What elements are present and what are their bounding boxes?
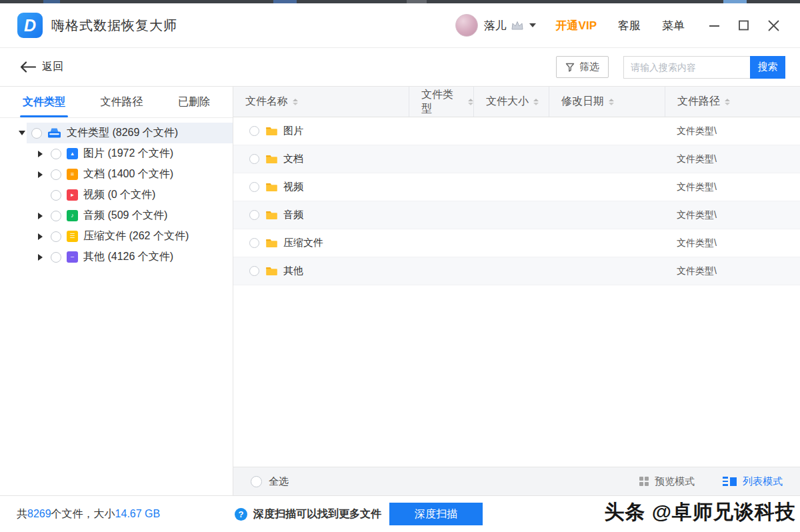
row-file-path: 文件类型\ [665,209,800,221]
table-row[interactable]: 文档 文件类型\ [233,145,800,173]
tab-file-type[interactable]: 文件类型 [23,87,65,117]
select-all-radio[interactable] [251,476,262,487]
folder-icon [266,126,277,136]
user-avatar[interactable] [455,14,478,37]
tab-file-path[interactable]: 文件路径 [101,87,143,117]
tab-deleted[interactable]: 已删除 [178,87,210,117]
table-column-header[interactable]: 文件类型 [409,87,473,117]
list-mode-label: 列表模式 [743,475,783,488]
tree-item[interactable]: – 其他 (4126 个文件) [0,247,233,267]
search-input[interactable] [623,56,750,79]
back-button[interactable]: 返回 [20,60,63,74]
search-button[interactable]: 搜索 [750,56,785,79]
tree-root-file-type[interactable]: 文件类型 (8269 个文件) [0,123,233,143]
watermark-text: 头条 @卓师兄谈科技 [604,499,796,526]
tree-item[interactable]: ≡ 文档 (1400 个文件) [0,164,233,185]
table-column-header[interactable]: 修改日期 [549,87,665,117]
scan-device-icon [47,127,61,139]
table-column-header[interactable]: 文件大小 [473,87,549,117]
tree-item[interactable]: ♪ 音频 (509 个文件) [0,205,233,226]
results-panel: 文件名称 文件类型 文件大小 修改日期 文件路径 图片 [233,87,800,495]
row-file-path: 文件类型\ [665,153,800,165]
row-file-path: 文件类型\ [665,125,800,137]
expand-icon[interactable] [38,213,46,219]
folder-icon [266,210,277,220]
column-label: 文件类型 [421,88,463,116]
open-vip-button[interactable]: 开通VIP [556,18,597,33]
table-empty-space [233,285,800,467]
row-file-name: 音频 [283,209,303,221]
table-row[interactable]: 音频 文件类型\ [233,201,800,229]
tree-item[interactable]: ▴ 图片 (1972 个文件) [0,143,233,164]
row-radio[interactable] [249,238,259,248]
tree-item[interactable]: ☰ 压缩文件 (262 个文件) [0,226,233,247]
filter-label: 筛选 [579,61,599,73]
sort-icon[interactable] [725,99,730,105]
sort-icon[interactable] [533,99,539,105]
expand-icon[interactable] [38,233,46,240]
expand-icon[interactable] [38,171,46,178]
table-body: 图片 文件类型\ 文档 文件类型\ [233,117,800,285]
tree-item-label: 音频 (509 个文件) [83,209,167,223]
app-logo-icon: D [17,13,43,38]
filter-button[interactable]: 筛选 [556,56,609,78]
row-radio[interactable] [249,210,259,220]
customer-service-button[interactable]: 客服 [618,18,641,33]
row-radio[interactable] [249,182,259,192]
tree-item-radio[interactable] [51,169,61,180]
select-all-control[interactable]: 全选 [251,475,289,488]
table-row[interactable]: 其他 文件类型\ [233,257,800,285]
app-title: 嗨格式数据恢复大师 [51,17,177,35]
column-label: 修改日期 [561,95,604,109]
tree-item-radio[interactable] [51,149,61,159]
menu-button[interactable]: 菜单 [662,18,685,33]
row-radio[interactable] [249,154,259,164]
back-arrow-icon [20,61,36,73]
image-file-icon: ▴ [67,148,78,159]
row-radio[interactable] [249,266,259,276]
table-row[interactable]: 压缩文件 文件类型\ [233,229,800,257]
username[interactable]: 落儿 [484,18,507,33]
table-column-header[interactable]: 文件路径 [665,87,800,117]
table-row[interactable]: 图片 文件类型\ [233,117,800,145]
folder-icon [266,154,277,164]
tree-item-radio[interactable] [51,231,61,242]
other-file-icon: – [67,251,78,263]
maximize-button[interactable] [738,19,750,31]
tree-root-radio[interactable] [31,128,42,139]
deep-scan-area: ? 深度扫描可以找到更多文件 深度扫描 [235,503,483,525]
summary-prefix: 共 [17,507,27,521]
list-mode-button[interactable]: 列表模式 [723,475,783,488]
tree-item-radio[interactable] [51,190,61,201]
row-radio[interactable] [249,126,259,136]
collapse-icon[interactable] [19,131,27,135]
tree-item-label: 压缩文件 (262 个文件) [83,229,189,243]
crown-icon [511,21,524,31]
tree-item-radio[interactable] [51,252,61,263]
main-area: 文件类型 文件路径 已删除 [0,87,800,495]
sidebar: 文件类型 文件路径 已删除 [0,87,233,495]
tree-item-radio[interactable] [51,211,61,221]
window-controls [709,19,780,32]
file-count: 8269 [27,508,51,520]
deep-scan-button[interactable]: 深度扫描 [389,503,483,525]
table-row[interactable]: 视频 文件类型\ [233,173,800,201]
folder-icon [266,238,277,248]
close-button[interactable] [767,19,780,32]
minimize-button[interactable] [709,19,721,31]
column-label: 文件大小 [486,95,529,109]
expand-icon[interactable] [38,254,46,261]
sort-icon[interactable] [468,99,473,105]
funnel-icon [565,63,575,72]
expand-icon[interactable] [38,151,46,157]
account-dropdown-icon[interactable] [529,23,536,27]
select-all-label: 全选 [269,475,289,488]
search-box: 搜索 [623,56,785,79]
video-file-icon: ▸ [67,189,78,201]
sort-icon[interactable] [609,99,614,105]
tree-item[interactable]: ▸ 视频 (0 个文件) [0,185,233,205]
toolbar: 返回 筛选 搜索 [0,48,800,87]
table-column-header[interactable]: 文件名称 [233,87,409,117]
sort-icon[interactable] [293,99,298,105]
preview-mode-button[interactable]: 预览模式 [639,475,695,488]
